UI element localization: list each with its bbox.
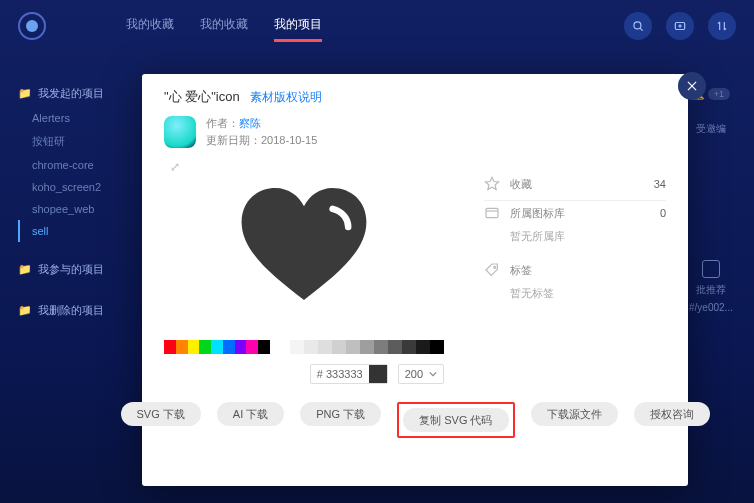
favorites-count: 34 [654, 178, 666, 190]
star-icon [484, 176, 500, 192]
favorites-label: 收藏 [510, 177, 532, 192]
preview-panel: ⤢ # 333333 200 [164, 154, 444, 384]
sidebar-group-joined[interactable]: 📁 我参与的项目 [18, 262, 128, 277]
svg-point-9 [494, 266, 496, 268]
gray-swatch[interactable] [290, 340, 304, 354]
sidebar-item[interactable]: shopee_web [18, 198, 128, 220]
notif-badge: +1 [708, 88, 730, 100]
color-swatch[interactable] [246, 340, 258, 354]
search-icon[interactable] [624, 12, 652, 40]
tab-my-projects[interactable]: 我的项目 [274, 10, 322, 42]
thumb-code: #/ye002... [689, 302, 733, 313]
expand-icon[interactable]: ⤢ [170, 160, 184, 174]
license-inquiry-button[interactable]: 授权咨询 [634, 402, 710, 426]
download-source-button[interactable]: 下载源文件 [531, 402, 618, 426]
sidebar: 📁 我发起的项目 Alerters 按钮研 chrome-core koho_s… [18, 80, 128, 324]
gray-swatch[interactable] [402, 340, 416, 354]
gray-swatch[interactable] [346, 340, 360, 354]
top-nav: 我的收藏 我的收藏 我的项目 [126, 10, 322, 42]
copyright-link[interactable]: 素材版权说明 [250, 89, 322, 106]
tab-favorites-1[interactable]: 我的收藏 [126, 10, 174, 42]
sort-icon[interactable] [708, 12, 736, 40]
logo-icon [18, 12, 46, 40]
color-swatch[interactable] [164, 340, 176, 354]
chevron-down-icon [429, 370, 437, 378]
library-label: 所属图标库 [510, 206, 565, 221]
heart-icon [239, 184, 369, 304]
top-bar: 我的收藏 我的收藏 我的项目 [0, 0, 754, 52]
close-icon [685, 79, 699, 93]
library-empty: 暂无所属库 [484, 229, 666, 258]
details-panel: 收藏 34 所属图标库 0 暂无所属库 标签 暂无标签 [484, 154, 666, 384]
size-select[interactable]: 200 [398, 364, 444, 384]
svg-line-1 [640, 28, 643, 31]
gray-swatch[interactable] [318, 340, 332, 354]
gray-swatch[interactable] [360, 340, 374, 354]
icon-canvas: ⤢ [164, 154, 444, 334]
gray-swatch[interactable] [276, 340, 290, 354]
color-hex-value: # 333333 [311, 368, 369, 380]
author-name[interactable]: 察陈 [239, 117, 261, 129]
gray-swatch[interactable] [430, 340, 444, 354]
color-hex-input[interactable]: # 333333 [310, 364, 388, 384]
date-value: 2018-10-15 [261, 134, 317, 146]
upload-icon[interactable] [666, 12, 694, 40]
tags-label: 标签 [510, 263, 532, 278]
date-label: 更新日期： [206, 134, 261, 146]
top-actions [624, 12, 736, 40]
download-ai-button[interactable]: AI 下载 [217, 402, 284, 426]
thumb-down-block[interactable]: 批推荐 #/ye002... [689, 260, 733, 313]
download-png-button[interactable]: PNG 下载 [300, 402, 381, 426]
svg-point-0 [634, 22, 641, 29]
sidebar-item[interactable]: Alerters [18, 107, 128, 129]
color-preview [369, 365, 387, 383]
svg-rect-7 [486, 208, 498, 217]
folder-icon [484, 205, 500, 221]
color-swatch[interactable] [258, 340, 270, 354]
icon-detail-modal: "心 爱心"icon 素材版权说明 作者：察陈 更新日期：2018-10-15 … [142, 74, 688, 486]
tab-favorites-2[interactable]: 我的收藏 [200, 10, 248, 42]
icon-title: "心 爱心"icon [164, 88, 240, 106]
sidebar-group-owned[interactable]: 📁 我发起的项目 [18, 86, 128, 101]
avatar[interactable] [164, 116, 196, 148]
thumb-label: 批推荐 [696, 283, 726, 297]
color-swatch[interactable] [211, 340, 223, 354]
author-label: 作者： [206, 117, 239, 129]
thumbs-down-icon [702, 260, 720, 278]
size-value: 200 [405, 368, 423, 380]
sidebar-group-deleted[interactable]: 📁 我删除的项目 [18, 303, 128, 318]
sidebar-item[interactable]: chrome-core [18, 154, 128, 176]
color-swatch[interactable] [199, 340, 211, 354]
highlight-box: 复制 SVG 代码 [397, 402, 514, 438]
color-swatches [164, 340, 444, 354]
modal-header: "心 爱心"icon 素材版权说明 作者：察陈 更新日期：2018-10-15 [164, 88, 666, 148]
tags-empty: 暂无标签 [484, 286, 666, 315]
copy-svg-button[interactable]: 复制 SVG 代码 [403, 408, 508, 432]
right-column: 🔔+1 受邀编 批推荐 #/ye002... [686, 88, 736, 313]
color-swatch[interactable] [223, 340, 235, 354]
sidebar-item-active[interactable]: sell [18, 220, 128, 242]
download-svg-button[interactable]: SVG 下载 [121, 402, 201, 426]
library-count: 0 [660, 207, 666, 219]
gray-swatch[interactable] [416, 340, 430, 354]
sidebar-item[interactable]: 按钮研 [18, 129, 128, 154]
gray-swatch[interactable] [304, 340, 318, 354]
action-buttons: SVG 下载 AI 下载 PNG 下载 复制 SVG 代码 下载源文件 授权咨询 [164, 402, 666, 438]
color-swatch[interactable] [188, 340, 200, 354]
sidebar-item[interactable]: koho_screen2 [18, 176, 128, 198]
color-swatch[interactable] [176, 340, 188, 354]
color-swatch[interactable] [235, 340, 247, 354]
close-button[interactable] [678, 72, 706, 100]
gray-swatch[interactable] [388, 340, 402, 354]
tag-icon [484, 262, 500, 278]
right-sub-link[interactable]: 受邀编 [696, 122, 726, 136]
gray-swatch[interactable] [374, 340, 388, 354]
gray-swatch[interactable] [332, 340, 346, 354]
